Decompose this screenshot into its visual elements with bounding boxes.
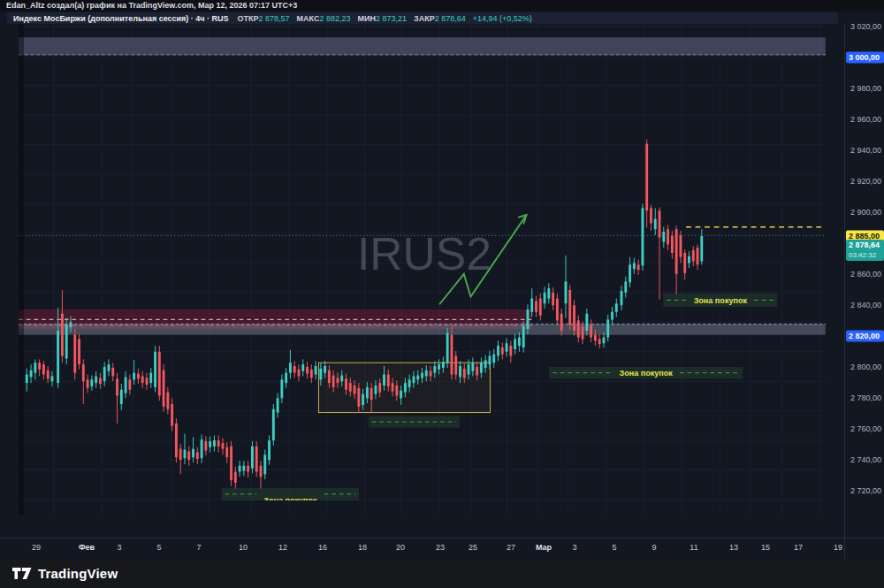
price-tick-label: 2 780,00 (845, 393, 884, 402)
time-tick-label: 10 (239, 543, 248, 552)
price-change: +14,94 (+0,52%) (473, 14, 532, 23)
symbol-title[interactable]: Индекс МосБиржи (дополнительная сессия) … (13, 14, 229, 23)
time-tick-label: Мар (536, 543, 552, 552)
price-axis[interactable]: 3 020,002 980,002 960,002 940,002 920,00… (844, 24, 884, 538)
ohlc-low: МИН2 873,21 (358, 14, 408, 23)
footer-bar: TradingView (0, 559, 884, 588)
buy-zone-label: Зона покупок (620, 369, 674, 378)
time-tick-label: 23 (436, 543, 445, 552)
creator-attribution-bar: Edan_Altz создал(а) график на TradingVie… (0, 0, 884, 11)
time-tick-label: 5 (156, 543, 161, 552)
ohlc-close: ЗАКР2 878,64 (414, 14, 466, 23)
price-level-badge[interactable]: 2 820,00 (846, 331, 884, 342)
price-tick-label: 2 960,00 (845, 115, 884, 124)
price-tick-label: 2 940,00 (845, 146, 884, 155)
time-tick-label: 3 (117, 543, 121, 552)
time-tick-label: 29 (32, 543, 41, 552)
price-tick-label: 2 980,00 (845, 84, 884, 93)
price-tick-label: 2 900,00 (845, 208, 884, 217)
price-tick-label: 2 860,00 (845, 270, 884, 279)
price-level-badge[interactable]: 3 000,00 (846, 52, 884, 64)
buy-zone[interactable]: Зона покупок (663, 294, 777, 307)
time-tick-label: 27 (507, 543, 515, 552)
price-tick-label: 2 800,00 (845, 363, 884, 371)
axis-corner (844, 538, 884, 560)
time-tick-label: 13 (729, 543, 738, 552)
time-tick-label: 7 (196, 543, 201, 552)
ohlc-high: МАКС2 882,23 (297, 14, 351, 23)
buy-zone[interactable] (369, 416, 460, 427)
chart-pane[interactable]: IRUS2Зона покупокЗона покупокЗона покупо… (0, 24, 844, 538)
price-tick-label: 2 840,00 (845, 301, 884, 309)
time-axis[interactable]: 29Фев3571012161820232527Мар3591113151719 (0, 538, 844, 560)
price-tick-label: 2 760,00 (845, 424, 884, 433)
countdown-timer: 03:42:32 (849, 250, 881, 260)
price-tick-label: 3 020,00 (845, 22, 884, 31)
price-level-badge[interactable]: 2 878,6403:42:32 (846, 240, 884, 261)
time-tick-label: 5 (612, 543, 616, 552)
time-tick-label: 16 (318, 543, 327, 552)
time-tick-label: 17 (794, 543, 803, 552)
buy-zone[interactable]: Зона покупок (222, 488, 360, 505)
price-tick-label: 2 720,00 (845, 486, 884, 495)
tradingview-logo-text: TradingView (38, 566, 118, 581)
price-tick-label: 2 920,00 (845, 177, 884, 186)
candlestick-chart-canvas[interactable]: IRUS2Зона покупокЗона покупокЗона покупо… (0, 24, 844, 538)
time-tick-label: 11 (690, 543, 697, 552)
ohlc-open: ОТКР2 878,57 (238, 14, 290, 23)
time-tick-label: 3 (572, 543, 576, 552)
time-tick-label: 25 (469, 543, 477, 552)
buy-zone-label: Зона покупок (694, 296, 748, 305)
time-tick-label: 12 (278, 543, 287, 552)
time-tick-label: 19 (834, 543, 842, 552)
creator-attribution-text: Edan_Altz создал(а) график на TradingVie… (6, 1, 297, 10)
symbol-info-bar[interactable]: Индекс МосБиржи (дополнительная сессия) … (7, 12, 838, 24)
buy-zone-label: Зона покупок (263, 496, 317, 505)
tradingview-logo-icon (12, 568, 32, 580)
time-tick-label: 9 (652, 543, 656, 552)
time-tick-label: 20 (396, 543, 405, 552)
buy-zone[interactable]: Зона покупок (549, 367, 743, 378)
time-tick-label: Фев (79, 543, 95, 552)
tradingview-logo[interactable]: TradingView (12, 566, 118, 581)
time-tick-label: 15 (761, 543, 770, 552)
price-tick-label: 2 740,00 (845, 455, 884, 464)
time-tick-label: 18 (358, 543, 367, 552)
